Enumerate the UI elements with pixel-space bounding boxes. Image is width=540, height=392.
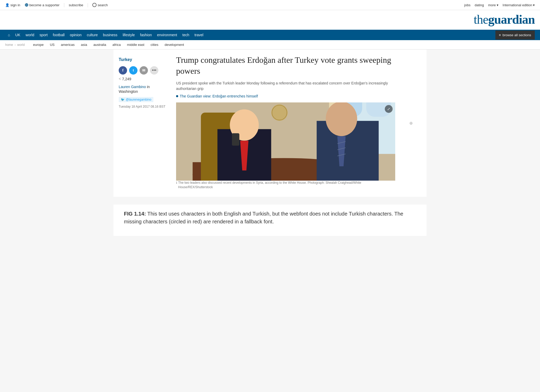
nav-fashion[interactable]: fashion xyxy=(137,30,154,40)
article-standfirst: US president spoke with the Turkish lead… xyxy=(176,81,395,91)
article-photo-svg xyxy=(176,102,395,181)
search-icon xyxy=(92,3,97,7)
twitter-share-button[interactable]: t xyxy=(129,66,137,75)
subnav-americas[interactable]: americas xyxy=(58,40,78,49)
home-icon: ⌂ xyxy=(8,33,10,37)
subnav-australia[interactable]: australia xyxy=(90,40,109,49)
resize-handle[interactable]: ⊕ xyxy=(409,121,413,126)
subnav-middle-east[interactable]: middle east xyxy=(124,40,147,49)
nav-business[interactable]: business xyxy=(100,30,120,40)
svg-rect-11 xyxy=(232,133,239,146)
nav-football[interactable]: football xyxy=(50,30,67,40)
divider: | xyxy=(64,3,64,7)
right-sidebar: ⊕ xyxy=(400,55,421,192)
content-wrapper: Turkey f t ✉ ••• < 7,249 Lauren Gambino … xyxy=(113,50,427,197)
left-sidebar: Turkey f t ✉ ••• < 7,249 Lauren Gambino … xyxy=(119,55,171,192)
divider2: | xyxy=(87,3,88,7)
info-icon: ℹ xyxy=(176,181,177,185)
user-icon: 👤 xyxy=(5,3,9,7)
subnav-europe[interactable]: europe xyxy=(30,40,47,49)
nav-uk[interactable]: UK xyxy=(13,30,23,40)
logo-bar: theguardian xyxy=(0,10,540,30)
expand-image-button[interactable]: ⤢ xyxy=(385,105,393,113)
image-caption: ℹ The two leaders also discussed recent … xyxy=(176,181,395,189)
more-link[interactable]: more ▾ xyxy=(488,3,499,7)
article-title: Trump congratulates Erdoğan after Turkey… xyxy=(176,55,395,76)
breadcrumb-home[interactable]: home xyxy=(5,43,13,47)
breadcrumb-separator: › xyxy=(15,43,16,47)
publish-date: Tuesday 18 April 2017 08.16 BST xyxy=(119,105,166,108)
chevron-down-icon2: ▾ xyxy=(533,3,535,7)
figure-description: FIG 1.14: This text uses characters in b… xyxy=(124,210,416,225)
main-nav-links: ⌂ UK world sport football opinion cultur… xyxy=(5,30,206,40)
menu-icon: ≡ xyxy=(499,33,501,37)
social-icons: f t ✉ ••• xyxy=(119,66,166,75)
svg-point-13 xyxy=(326,102,357,136)
subnav-us[interactable]: US xyxy=(47,40,58,49)
nav-sport[interactable]: sport xyxy=(37,30,50,40)
nav-travel[interactable]: travel xyxy=(192,30,206,40)
twitter-handle-link[interactable]: 🐦 @laurenegambino xyxy=(119,97,153,102)
figure-section: FIG 1.14: This text uses characters in b… xyxy=(113,205,427,236)
main-nav: ⌂ UK world sport football opinion cultur… xyxy=(0,30,540,40)
article-related-link: The Guardian view: Erdoğan entrenches hi… xyxy=(176,94,395,98)
related-link-anchor[interactable]: The Guardian view: Erdoğan entrenches hi… xyxy=(180,94,258,98)
search-link[interactable]: search xyxy=(92,3,108,7)
top-bar: 👤 sign in ⊕ become a supporter | subscri… xyxy=(0,0,540,10)
breadcrumb: home › world xyxy=(5,43,25,47)
top-bar-left: 👤 sign in ⊕ become a supporter | subscri… xyxy=(5,2,108,8)
chevron-down-icon: ▾ xyxy=(497,3,499,7)
dating-link[interactable]: dating xyxy=(475,3,484,7)
become-supporter-link[interactable]: ⊕ become a supporter xyxy=(25,2,60,8)
nav-world[interactable]: world xyxy=(23,30,37,40)
nav-opinion[interactable]: opinion xyxy=(67,30,84,40)
breadcrumb-section[interactable]: world xyxy=(17,43,25,47)
author-block: Lauren Gambino in Washington xyxy=(119,84,166,94)
guardian-g-icon: ⊕ xyxy=(25,2,28,8)
figure-label: FIG 1.14: xyxy=(124,211,146,217)
more-share-button[interactable]: ••• xyxy=(150,66,158,75)
secondary-nav-links: europe US americas asia australia africa… xyxy=(30,40,187,49)
facebook-share-button[interactable]: f xyxy=(119,66,127,75)
edition-link[interactable]: International edition ▾ xyxy=(503,3,535,7)
nav-culture[interactable]: culture xyxy=(84,30,100,40)
nav-environment[interactable]: environment xyxy=(154,30,180,40)
subnav-cities[interactable]: cities xyxy=(147,40,161,49)
secondary-nav: home › world europe US americas asia aus… xyxy=(0,40,540,50)
jobs-link[interactable]: jobs xyxy=(464,3,471,7)
nav-lifestyle[interactable]: lifestyle xyxy=(120,30,137,40)
nav-tech[interactable]: tech xyxy=(180,30,192,40)
article-image: ⤢ xyxy=(176,102,395,181)
svg-point-18 xyxy=(271,105,288,121)
expand-icon: ⤢ xyxy=(387,107,390,111)
site-logo[interactable]: theguardian xyxy=(5,12,535,27)
share-arrow-icon: < xyxy=(119,77,121,81)
subscribe-link[interactable]: subscribe xyxy=(69,3,83,7)
article-image-container: ⤢ ℹ The two leaders also discussed recen… xyxy=(176,102,395,189)
bullet-icon xyxy=(176,95,178,97)
subnav-africa[interactable]: africa xyxy=(109,40,124,49)
ellipsis-icon: ••• xyxy=(152,68,157,73)
section-label: Turkey xyxy=(119,57,166,62)
resize-icon: ⊕ xyxy=(409,121,413,125)
article-main: Trump congratulates Erdoğan after Turkey… xyxy=(171,55,400,192)
subnav-asia[interactable]: asia xyxy=(78,40,90,49)
subnav-development[interactable]: development xyxy=(161,40,187,49)
share-count: < 7,249 xyxy=(119,77,166,81)
author-link[interactable]: Lauren Gambino xyxy=(119,85,147,89)
nav-home[interactable]: ⌂ xyxy=(5,30,13,40)
twitter-bird-icon: 🐦 xyxy=(121,98,125,101)
top-bar-right: jobs dating more ▾ International edition… xyxy=(464,3,535,7)
sign-in-link[interactable]: 👤 sign in xyxy=(5,3,20,7)
email-share-button[interactable]: ✉ xyxy=(140,66,148,75)
browse-all-button[interactable]: ≡ browse all sections xyxy=(495,30,535,40)
